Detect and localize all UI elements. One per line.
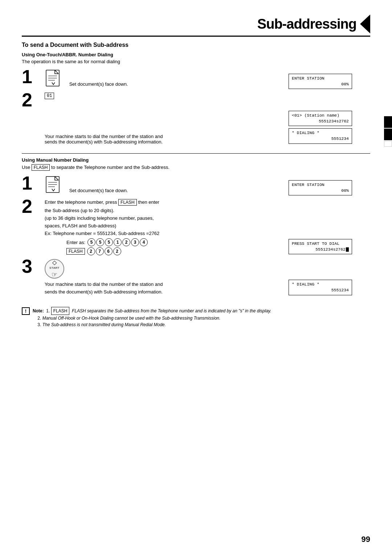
manual-step2-desc3: (up to 36 digits including telephone num…	[45, 215, 269, 221]
display2-line2: 5551234s2762	[292, 118, 349, 124]
document-icon	[45, 69, 62, 88]
manual-step1-row: 1	[22, 176, 269, 195]
step2-content: 01 Your machine starts to dial the numbe…	[45, 93, 269, 145]
page-number: 99	[362, 535, 370, 544]
subsection-manual: Using Manual Number Dialing Use FLASH to…	[22, 157, 370, 300]
manual-step2-desc4: spaces, FLASH and Sub-address)	[45, 223, 269, 228]
subsection-one-touch: Using One-Touch/ABBR. Number Dialing The…	[22, 52, 370, 148]
section-heading: To send a Document with Sub-address	[22, 42, 370, 48]
cursor-icon	[346, 247, 349, 252]
circle-5-3: 5	[105, 238, 113, 246]
subsection2-desc: Use FLASH to separate the Telephone numb…	[22, 164, 370, 171]
page-title: Sub-addressing	[257, 16, 356, 32]
subsection1-display-col: ENTER STATION 00% <01> (Station name) 55…	[269, 66, 352, 144]
step1-num: 1	[22, 67, 42, 86]
tab-bar-2	[384, 129, 392, 140]
flash-key: FLASH	[66, 248, 85, 255]
start-diamond-icon: ◇	[52, 259, 57, 266]
display-s2-2-line2: 5551234s2762	[292, 247, 349, 252]
display-box-2: <01> (Station name) 5551234s2762	[289, 111, 352, 126]
circle-f2: 2	[87, 247, 95, 255]
circle-1: 1	[114, 238, 122, 246]
manual-step3-row: 3 ◇ START ☞ Your machine starts to dial …	[22, 259, 269, 297]
display1-line1: ENTER STATION	[292, 76, 349, 81]
step2-num: 2	[22, 90, 42, 109]
display2-line1: <01> (Station name)	[292, 113, 349, 118]
step2-row: 2 01 Your machine starts to dial the num…	[22, 93, 269, 145]
document-icon-2	[45, 176, 62, 195]
circle-3: 3	[131, 238, 139, 246]
step2-desc2: sends the document(s) with Sub-addressin…	[45, 139, 163, 145]
note-section: ! Note: 1. FLASH FLASH separates the Sub…	[22, 307, 370, 328]
step1-action: Set document(s) face down.	[69, 81, 128, 87]
tab-marker	[384, 116, 392, 147]
divider	[22, 153, 370, 154]
display-s2-1-line1: ENTER STATION	[292, 182, 349, 188]
flash-key-inline: FLASH	[32, 164, 50, 171]
circle-f6: 6	[105, 247, 113, 255]
display3-line1: * DIALING *	[292, 130, 349, 136]
manual-step3-content: ◇ START ☞ Your machine starts to dial th…	[45, 259, 269, 297]
display-s2-3-line1: * DIALING *	[292, 281, 349, 287]
subsection1-heading: Using One-Touch/ABBR. Number Dialing	[22, 52, 370, 57]
flash-row: FLASH 2 7 6 2	[66, 247, 269, 255]
tab-bar-1	[384, 116, 392, 128]
title-area: Sub-addressing	[22, 15, 370, 37]
manual-step2-content: Enter the telephone number, press FLASH …	[45, 199, 269, 255]
note-text: Note: 1. FLASH FLASH separates the Sub-a…	[33, 307, 271, 328]
subsection1-desc: The operation is the same as for normal …	[22, 59, 370, 64]
display-s2-2-line1: PRESS START TO DIAL	[292, 241, 349, 247]
manual-step3-desc2: sends the document(s) with Sub-addressin…	[45, 289, 269, 295]
manual-step2-row: 2 Enter the telephone number, press FLAS…	[22, 199, 269, 255]
enter-as-row: Enter as: 5 5 5 1 2 3 4	[66, 238, 269, 246]
step2-desc1: Your machine starts to dial the number o…	[45, 134, 163, 139]
step2-num-box: 01	[45, 93, 54, 99]
manual-step1-content: Set document(s) face down.	[45, 176, 269, 195]
display-box-3: * DIALING * 5551234	[289, 128, 352, 143]
subsection1-steps: 1	[22, 66, 370, 148]
circle-5-1: 5	[87, 238, 95, 246]
manual-step3-desc1: Your machine starts to dial the number o…	[45, 281, 269, 287]
subsection2-steps-left: 1	[22, 173, 269, 300]
start-label: START	[49, 266, 60, 270]
note-item-2: 2. Manual Off-Hook or On-Hook Dialing ca…	[33, 316, 220, 321]
manual-step2-desc5: Ex: Telephone number = 5551234, Sub-addr…	[45, 231, 269, 236]
note-item-1: 1. FLASH FLASH separates the Sub-address…	[45, 308, 271, 313]
manual-step2-desc1: Enter the telephone number, press FLASH …	[45, 199, 269, 206]
manual-step2-desc2: the Sub-address (up to 20 digits).	[45, 208, 269, 213]
display-s2-box-3: * DIALING * 5551234	[289, 280, 352, 295]
enter-as-label: Enter as:	[66, 240, 85, 245]
display-s2-1-line2: 00%	[292, 188, 349, 194]
page: Sub-addressing To send a Document with S…	[0, 0, 392, 555]
display3-line2: 5551234	[292, 136, 349, 142]
circle-5-2: 5	[96, 238, 104, 246]
subsection2-heading: Using Manual Number Dialing	[22, 157, 370, 163]
subsection1-steps-left: 1	[22, 66, 269, 148]
display-s2-box-2: PRESS START TO DIAL 5551234s2762	[289, 239, 352, 254]
manual-step1-num: 1	[22, 174, 42, 193]
circle-2: 2	[122, 238, 130, 246]
display-s2-3-line2: 5551234	[292, 287, 349, 293]
display1-line2: 00%	[292, 81, 349, 87]
manual-step2-num: 2	[22, 197, 42, 216]
manual-step3-num: 3	[22, 257, 42, 276]
circle-f7: 7	[96, 247, 104, 255]
note-bold: Note:	[33, 308, 44, 313]
title-arrow-icon	[360, 15, 370, 33]
note-item-3: 3. The Sub-address is not transmitted du…	[33, 322, 166, 327]
display-box-1: ENTER STATION 00%	[289, 74, 352, 89]
circle-4: 4	[140, 238, 148, 246]
step1-content: Set document(s) face down.	[45, 69, 269, 89]
start-button[interactable]: ◇ START ☞	[45, 259, 64, 279]
note-icon: !	[22, 307, 30, 315]
note-flash-key: FLASH	[51, 307, 70, 315]
manual-step1-action: Set document(s) face down.	[69, 188, 128, 193]
flash-key-step2: FLASH	[118, 199, 137, 206]
circle-f2b: 2	[113, 247, 121, 255]
tab-bar-white	[384, 141, 392, 147]
subsection2-steps: 1	[22, 173, 370, 300]
step1-row: 1	[22, 69, 269, 89]
display-s2-box-1: ENTER STATION 00%	[289, 180, 352, 195]
subsection2-display-col: ENTER STATION 00% PRESS START TO DIAL 55…	[269, 173, 352, 295]
start-finger-icon: ☞	[52, 271, 57, 279]
